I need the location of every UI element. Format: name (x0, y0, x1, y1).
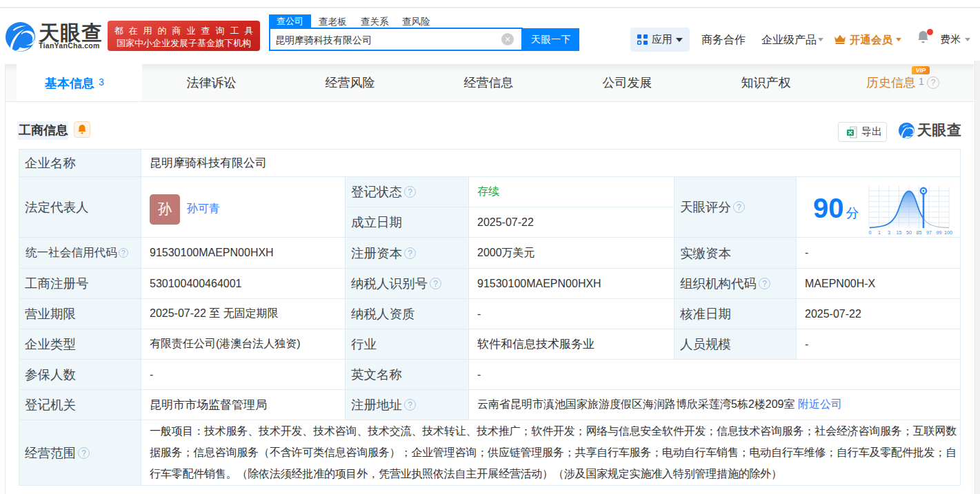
svg-text:0: 0 (869, 229, 872, 236)
svg-text:1: 1 (878, 229, 881, 236)
svg-text:100: 100 (944, 229, 952, 236)
svg-text:85: 85 (917, 229, 922, 236)
svg-text:3: 3 (888, 229, 890, 236)
svg-text:15: 15 (897, 229, 902, 236)
svg-text:50: 50 (906, 229, 912, 236)
svg-text:97: 97 (926, 229, 932, 236)
svg-text:99: 99 (937, 229, 942, 236)
